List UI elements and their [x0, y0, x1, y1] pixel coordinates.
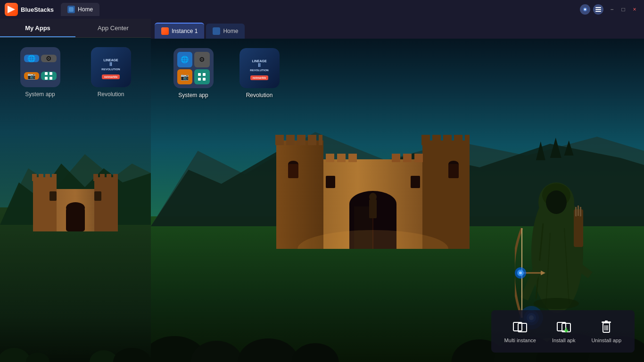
title-bar-controls: − □ × [580, 4, 639, 15]
svg-text:REVOLUTION: REVOLUTION [250, 69, 268, 72]
svg-point-115 [238, 338, 299, 362]
svg-rect-76 [411, 176, 420, 188]
svg-rect-57 [465, 135, 470, 145]
notification-btn[interactable] [580, 4, 590, 15]
svg-rect-100 [575, 207, 577, 216]
instance-apps: 🌐 ⚙ 📷 [165, 48, 288, 99]
right-panel: Instance 1 Home [151, 19, 644, 362]
svg-rect-47 [275, 135, 284, 145]
app-item-revolution[interactable]: LINEAGE II REVOLUTION netmarble Revoluti… [80, 47, 141, 353]
svg-rect-38 [161, 27, 169, 35]
uninstall-app-icon [599, 320, 614, 335]
lineage-icon: LINEAGE II REVOLUTION netmarble [91, 47, 131, 87]
svg-text:LINEAGE: LINEAGE [103, 58, 118, 62]
app-grid: 🌐 ⚙ 📷 [0, 38, 151, 362]
svg-point-5 [584, 8, 586, 10]
close-btn[interactable]: × [630, 5, 639, 14]
inst-gear-icon: ⚙ [199, 56, 205, 63]
svg-rect-54 [432, 135, 441, 145]
inst-grid-cell [194, 69, 210, 85]
inst-gear-cell: ⚙ [194, 52, 210, 67]
inst-lineage-icon: LINEAGE II REVOLUTION netmarble [239, 48, 280, 88]
instance-1-tab[interactable]: Instance 1 [155, 23, 204, 39]
svg-rect-81 [203, 73, 206, 76]
inst-camera-cell: 📷 [177, 69, 193, 85]
svg-rect-82 [198, 78, 201, 81]
svg-point-79 [369, 193, 377, 201]
revolution-app-icon: LINEAGE II REVOLUTION netmarble [91, 47, 131, 87]
inst-app-system[interactable]: 🌐 ⚙ 📷 [165, 48, 222, 99]
inst-app-revolution[interactable]: LINEAGE II REVOLUTION netmarble Revoluti… [231, 48, 288, 99]
svg-rect-83 [203, 78, 206, 81]
svg-text:LINEAGE: LINEAGE [252, 59, 266, 63]
svg-rect-73 [288, 164, 298, 178]
svg-rect-52 [422, 140, 470, 249]
instance-content: 🌐 ⚙ 📷 [151, 39, 644, 362]
my-apps-tab[interactable]: My Apps [0, 19, 75, 37]
home-title-tab-icon [67, 6, 75, 13]
inst-lineage-logo-svg: LINEAGE II REVOLUTION [248, 57, 271, 75]
uninstall-app-label: Uninstall app [591, 337, 621, 343]
left-panel: My Apps App Center 🌐 ⚙ [0, 19, 151, 362]
home-title-tab-label: Home [78, 6, 93, 13]
main-content: My Apps App Center 🌐 ⚙ [0, 19, 644, 362]
globe-icon: 🌐 [27, 55, 35, 62]
maximize-btn[interactable]: □ [619, 5, 628, 14]
sys-grid-cell [41, 72, 57, 80]
inst-revolution-label: Revolution [246, 92, 273, 99]
revolution-app-label: Revolution [98, 91, 124, 98]
svg-rect-58 [326, 154, 334, 162]
svg-rect-33 [45, 77, 48, 80]
svg-rect-50 [308, 135, 316, 145]
svg-rect-75 [326, 176, 335, 188]
app-center-tab[interactable]: App Center [75, 19, 151, 37]
multi-instance-btn[interactable]: Multi instance [499, 316, 542, 347]
sys-camera-cell: 📷 [24, 72, 40, 80]
svg-text:REVOLUTION: REVOLUTION [101, 68, 120, 71]
inst-revolution-icon: LINEAGE II REVOLUTION netmarble [239, 48, 280, 88]
svg-rect-55 [443, 135, 452, 145]
svg-rect-51 [319, 135, 322, 145]
system-app-icon: 🌐 ⚙ 📷 [20, 47, 60, 87]
home-title-tab[interactable]: Home [61, 3, 99, 16]
uninstall-app-btn[interactable]: Uninstall app [586, 316, 627, 347]
lineage-logo-svg: LINEAGE II REVOLUTION [99, 56, 123, 74]
minimize-btn[interactable]: − [607, 5, 617, 14]
svg-rect-53 [421, 135, 430, 145]
menu-btn[interactable] [593, 4, 603, 15]
instance-tabs: Instance 1 Home [151, 19, 644, 39]
inst-system-icon: 🌐 ⚙ 📷 [173, 48, 214, 88]
inst-netmarble-badge: netmarble [250, 75, 269, 80]
svg-rect-78 [369, 199, 377, 218]
install-apk-btn[interactable]: Install apk [546, 316, 581, 347]
castle-svg [250, 98, 495, 249]
inst-system-label: System app [178, 92, 208, 99]
home-tab[interactable]: Home [206, 24, 245, 39]
svg-text:II: II [109, 62, 112, 67]
system-app-label: System app [25, 91, 55, 98]
bottom-toolbar: Multi instance [491, 310, 635, 353]
instance-tab-label: Instance 1 [172, 28, 198, 34]
inst-globe-icon: 🌐 [181, 56, 189, 63]
sys-gear-cell: ⚙ [41, 55, 57, 62]
svg-text:II: II [258, 63, 261, 68]
svg-rect-49 [297, 135, 305, 145]
gear-icon: ⚙ [46, 55, 52, 62]
app-item-system[interactable]: 🌐 ⚙ 📷 [9, 47, 71, 353]
inst-globe-cell: 🌐 [177, 52, 193, 67]
svg-rect-60 [348, 154, 357, 162]
bluestacks-name: BlueStacks [21, 6, 54, 13]
svg-rect-59 [337, 154, 346, 162]
svg-point-114 [191, 341, 243, 362]
multi-instance-icon [512, 320, 528, 335]
svg-point-90 [546, 190, 567, 214]
svg-rect-56 [454, 135, 462, 145]
svg-rect-39 [213, 27, 220, 35]
inst-camera-icon: 📷 [181, 73, 189, 81]
svg-rect-3 [69, 7, 74, 12]
svg-rect-63 [414, 154, 423, 162]
svg-rect-102 [580, 207, 581, 216]
svg-rect-31 [45, 72, 48, 75]
svg-rect-74 [448, 164, 459, 178]
svg-rect-101 [578, 206, 579, 216]
